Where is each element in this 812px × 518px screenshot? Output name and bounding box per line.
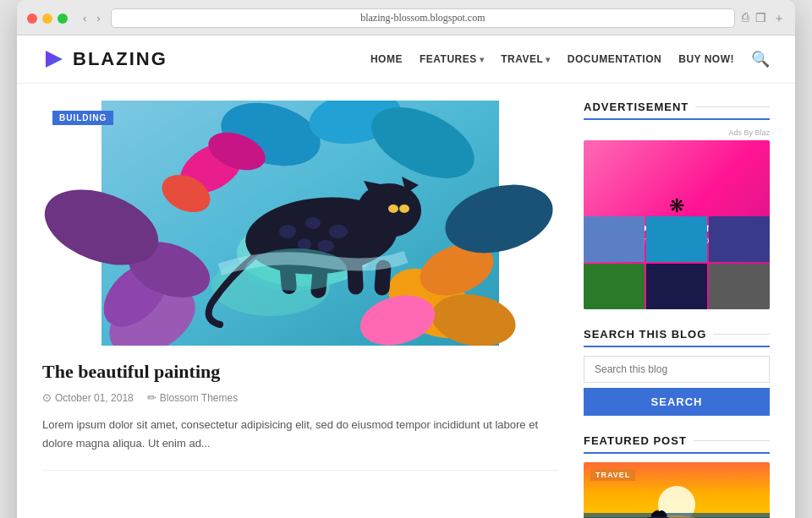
address-bar[interactable]: blazing-blossom.blogspot.com	[111, 8, 735, 28]
svg-point-22	[298, 238, 311, 250]
new-tab-icon[interactable]: ＋	[773, 11, 785, 26]
nav-travel[interactable]: TRAVEL ▾	[501, 53, 551, 65]
ad-label: Ads By Blaz	[584, 128, 770, 137]
pencil-icon: ✏	[147, 391, 156, 404]
ad-grid-cell-6	[709, 264, 770, 309]
sidebar-advertisement: Advertisement Ads By Blaz ❋ Blossom Them…	[584, 101, 770, 309]
forward-button[interactable]: ›	[93, 10, 103, 26]
post-author-text: Blossom Themes	[160, 392, 238, 404]
sidebar: Advertisement Ads By Blaz ❋ Blossom Them…	[584, 101, 770, 518]
post-category-badge: BUILDING	[52, 111, 113, 125]
search-icon[interactable]: 🔍	[751, 50, 770, 68]
post-title: The beautiful painting	[42, 361, 558, 383]
ad-grid-cell-2	[646, 216, 707, 262]
ad-block[interactable]: ❋ Blossom Themes Free and Premium Profes…	[584, 140, 770, 309]
post-date: ⊙ October 01, 2018	[42, 391, 134, 404]
site-nav: HOME FEATURES ▾ TRAVEL ▾ DOCUMENTATION B…	[370, 50, 770, 68]
svg-point-20	[305, 217, 321, 229]
ad-grid-cell-5	[646, 264, 707, 309]
svg-point-26	[388, 204, 398, 213]
browser-chrome: ‹ › blazing-blossom.blogspot.com ⎙ ❐ ＋	[17, 0, 795, 35]
page-content: BLAZING HOME FEATURES ▾ TRAVEL ▾ DOCUMEN…	[17, 35, 795, 518]
svg-point-19	[279, 225, 296, 238]
post-author: ✏ Blossom Themes	[147, 391, 238, 404]
post-image-wrapper: BUILDING	[42, 101, 558, 346]
featured-badge: TRAVEL	[590, 469, 635, 481]
svg-point-27	[399, 204, 409, 213]
svg-point-23	[317, 240, 334, 252]
svg-marker-0	[46, 51, 63, 68]
ad-grid-cell-3	[709, 216, 770, 262]
site-header: BLAZING HOME FEATURES ▾ TRAVEL ▾ DOCUMEN…	[17, 35, 795, 84]
main-layout: BUILDING	[17, 84, 795, 518]
sidebar-search: Search This Blog Search	[584, 328, 770, 416]
maximize-button[interactable]	[58, 14, 68, 24]
search-input[interactable]	[584, 356, 770, 383]
nav-home[interactable]: HOME	[370, 53, 403, 65]
sidebar-featured: Featured Post TRAVEL	[584, 434, 770, 518]
browser-actions: ⎙ ❐ ＋	[742, 11, 785, 26]
nav-features[interactable]: FEATURES ▾	[420, 53, 484, 65]
svg-point-21	[329, 225, 348, 238]
traffic-lights	[27, 14, 68, 24]
site-title: BLAZING	[73, 48, 167, 70]
featured-image: TRAVEL	[584, 462, 770, 518]
logo-icon	[42, 47, 66, 71]
clock-icon: ⊙	[42, 391, 52, 404]
post-meta: ⊙ October 01, 2018 ✏ Blossom Themes	[42, 391, 558, 404]
close-button[interactable]	[27, 14, 37, 24]
minimize-button[interactable]	[42, 14, 52, 24]
ad-inner-grid	[584, 216, 770, 309]
features-caret: ▾	[480, 55, 485, 64]
post-divider	[42, 470, 558, 471]
logo-area: BLAZING	[42, 47, 167, 71]
post-main-image	[42, 101, 558, 346]
browser-window: ‹ › blazing-blossom.blogspot.com ⎙ ❐ ＋	[17, 0, 795, 518]
search-heading: Search This Blog	[584, 328, 770, 347]
advertisement-heading: Advertisement	[584, 101, 770, 120]
ad-logo-icon: ❋	[669, 195, 684, 217]
ad-grid-cell-4	[584, 264, 645, 309]
main-content: BUILDING	[42, 101, 558, 518]
duplicate-icon[interactable]: ❐	[755, 11, 766, 26]
browser-nav-arrows: ‹ ›	[80, 10, 104, 26]
featured-heading: Featured Post	[584, 434, 770, 454]
ad-grid-cell-1	[584, 216, 645, 262]
share-icon[interactable]: ⎙	[742, 11, 749, 26]
nav-buy[interactable]: BUY NOW!	[678, 53, 734, 65]
nav-documentation[interactable]: DOCUMENTATION	[568, 53, 661, 65]
post-excerpt: Lorem ipsum dolor sit amet, consectetur …	[42, 416, 558, 453]
search-button[interactable]: Search	[584, 388, 770, 416]
back-button[interactable]: ‹	[80, 10, 90, 26]
post-date-text: October 01, 2018	[55, 392, 134, 404]
post-painting-svg	[42, 101, 558, 346]
travel-caret: ▾	[546, 55, 551, 64]
